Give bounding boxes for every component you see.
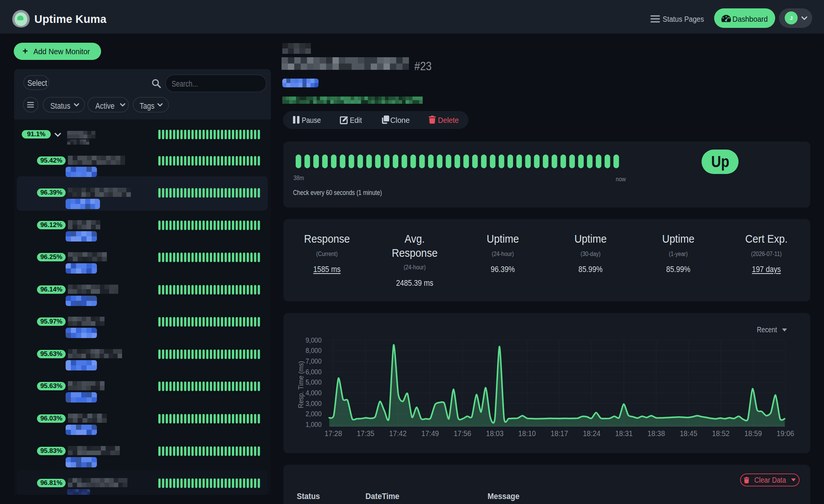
svg-text:3,000: 3,000 <box>306 399 322 407</box>
svg-text:17:35: 17:35 <box>357 429 374 438</box>
svg-text:17:49: 17:49 <box>422 429 439 438</box>
svg-text:17:42: 17:42 <box>389 429 407 438</box>
svg-text:18:59: 18:59 <box>744 429 762 438</box>
svg-text:2,000: 2,000 <box>306 410 322 418</box>
svg-text:4,000: 4,000 <box>306 389 322 397</box>
svg-text:18:45: 18:45 <box>680 429 697 438</box>
svg-text:18:17: 18:17 <box>550 429 568 438</box>
svg-text:18:52: 18:52 <box>712 429 730 438</box>
svg-text:18:10: 18:10 <box>518 429 536 438</box>
svg-text:17:28: 17:28 <box>325 429 342 438</box>
svg-text:18:31: 18:31 <box>615 429 633 438</box>
svg-text:18:24: 18:24 <box>583 429 600 438</box>
svg-text:Recent: Recent <box>757 325 777 334</box>
svg-text:7,000: 7,000 <box>306 357 322 365</box>
svg-text:5,000: 5,000 <box>306 378 322 386</box>
svg-text:9,000: 9,000 <box>306 336 322 344</box>
svg-text:17:56: 17:56 <box>454 429 471 438</box>
svg-text:8,000: 8,000 <box>306 346 322 354</box>
svg-text:1,000: 1,000 <box>306 420 322 428</box>
svg-text:Resp. Time (ms): Resp. Time (ms) <box>297 361 305 408</box>
svg-text:19:06: 19:06 <box>777 429 794 438</box>
svg-text:18:38: 18:38 <box>647 429 665 438</box>
svg-text:18:03: 18:03 <box>486 429 504 438</box>
svg-text:6,000: 6,000 <box>306 368 322 376</box>
